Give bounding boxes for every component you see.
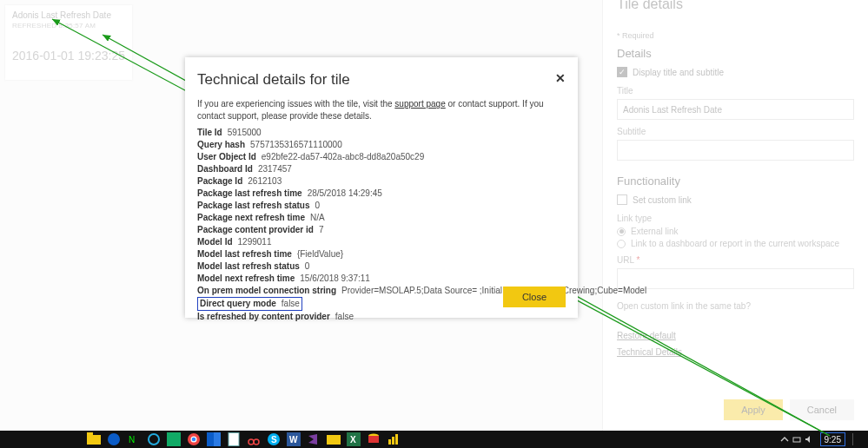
svg-rect-21 xyxy=(327,435,341,445)
close-button[interactable]: Close xyxy=(503,287,566,307)
outlook-icon[interactable] xyxy=(207,432,221,446)
cancel-button[interactable]: Cancel xyxy=(790,399,854,420)
modal-intro: If you are experiencing issues with the … xyxy=(197,98,566,122)
system-tray[interactable] xyxy=(780,435,813,444)
apply-button[interactable]: Apply xyxy=(724,399,783,420)
tile-details-panel: Tile details * Required Details ✓ Displa… xyxy=(602,0,868,431)
radio-selected-icon xyxy=(617,227,626,236)
row-model-last-refresh-status: Model last refresh status0 xyxy=(197,260,566,273)
subtitle-input[interactable] xyxy=(617,140,854,161)
svg-rect-29 xyxy=(793,438,800,442)
row-model-last-refresh-time: Model last refresh time{FieldValue} xyxy=(197,248,566,260)
skype-icon[interactable]: S xyxy=(267,432,281,446)
panel-title: Tile details xyxy=(617,0,854,12)
sql-icon[interactable] xyxy=(367,432,381,446)
svg-point-11 xyxy=(192,438,196,442)
title-label: Title xyxy=(617,86,854,96)
check-icon: ✓ xyxy=(617,67,627,77)
link-dashboard-label: Link to a dashboard or report in the cur… xyxy=(631,239,839,248)
svg-rect-28 xyxy=(395,434,398,445)
explorer-icon[interactable] xyxy=(87,432,101,446)
svg-point-7 xyxy=(149,434,159,445)
row-query-hash: Query hash5757135316571110000 xyxy=(197,139,566,151)
taskbar-pinned-apps: N S W X xyxy=(87,432,401,446)
support-page-link[interactable]: support page xyxy=(394,99,445,109)
close-icon[interactable]: ✕ xyxy=(555,71,566,85)
taskbar-clock[interactable]: 9:25 xyxy=(820,432,845,446)
wsa-icon[interactable] xyxy=(167,432,181,446)
chrome-icon[interactable] xyxy=(187,432,201,446)
svg-rect-14 xyxy=(229,433,239,446)
row-tile-id: Tile Id5915000 xyxy=(197,127,566,139)
edge-icon[interactable] xyxy=(107,432,121,446)
row-pkg-last-refresh-time: Package last refresh time28/5/2018 14:29… xyxy=(197,188,566,200)
tile-value: 2016-01-01 19:23:25 xyxy=(12,49,125,63)
windows-taskbar[interactable]: N S W X 9:25 xyxy=(0,431,868,448)
title-input[interactable] xyxy=(617,99,854,120)
svg-text:S: S xyxy=(271,435,277,445)
dashboard-tile[interactable]: Adonis Last Refresh Date REFRESHED 8:35:… xyxy=(5,5,132,80)
url-label: URL * xyxy=(617,255,854,265)
tile-title: Adonis Last Refresh Date xyxy=(12,10,125,20)
checkbox-empty-icon xyxy=(617,194,627,205)
svg-rect-26 xyxy=(388,439,391,445)
snip-icon[interactable] xyxy=(247,432,261,446)
modal-title: Technical details for tile xyxy=(197,71,566,89)
radio-external-link[interactable]: External link xyxy=(617,227,854,236)
display-title-label: Display title and subtitle xyxy=(633,68,724,77)
tile-refreshed: REFRESHED 8:35:57 AM xyxy=(12,22,125,30)
cortana-icon[interactable] xyxy=(147,432,161,446)
set-custom-link-checkbox[interactable]: Set custom link xyxy=(617,194,854,205)
word-icon[interactable]: W xyxy=(287,432,301,446)
tray-volume-icon[interactable] xyxy=(805,435,813,444)
svg-text:W: W xyxy=(289,435,298,445)
row-model-next-refresh-time: Model next refresh time15/6/2018 9:37:11 xyxy=(197,273,566,285)
pbi-icon[interactable] xyxy=(387,432,401,446)
tray-network-icon[interactable] xyxy=(792,435,801,444)
excel-icon[interactable]: X xyxy=(347,432,361,446)
set-custom-link-label: Set custom link xyxy=(633,195,692,205)
section-functionality: Functionality xyxy=(617,175,854,188)
explorer2-icon[interactable] xyxy=(327,432,341,446)
svg-point-15 xyxy=(248,439,254,445)
external-link-label: External link xyxy=(631,227,678,236)
restore-default-link[interactable]: Restore default xyxy=(617,331,854,340)
vs-icon[interactable] xyxy=(307,432,321,446)
row-direct-query-mode: Direct query modefalse xyxy=(197,297,302,311)
subtitle-label: Subtitle xyxy=(617,127,854,136)
row-pkg-content-provider-id: Package content provider id7 xyxy=(197,224,566,236)
technical-details-link[interactable]: Technical Details xyxy=(617,347,854,357)
row-pkg-next-refresh-time: Package next refresh timeN/A xyxy=(197,212,566,224)
row-is-refreshed-by-provider: Is refreshed by content providerfalse xyxy=(197,311,566,323)
row-user-object-id: User Object Ide92bfe22-da57-402a-abc8-dd… xyxy=(197,151,566,163)
svg-rect-8 xyxy=(167,432,181,446)
required-note: * Required xyxy=(617,31,854,40)
svg-rect-2 xyxy=(87,435,101,445)
row-package-id: Package Id2612103 xyxy=(197,175,566,188)
section-details: Details xyxy=(617,47,854,60)
open-same-tab-label: Open custom link in the same tab? xyxy=(617,301,854,311)
display-title-checkbox[interactable]: ✓ Display title and subtitle xyxy=(617,67,854,77)
technical-details-modal: Technical details for tile ✕ If you are … xyxy=(185,57,578,318)
row-dashboard-id: Dashboard Id2317457 xyxy=(197,163,566,175)
open-same-tab-value: ... xyxy=(617,314,854,324)
svg-point-4 xyxy=(108,433,120,445)
row-model-id: Model Id1299011 xyxy=(197,236,566,248)
svg-point-16 xyxy=(254,439,259,445)
svg-text:N: N xyxy=(129,435,135,445)
radio-link-dashboard[interactable]: Link to a dashboard or report in the cur… xyxy=(617,239,854,248)
url-input[interactable] xyxy=(617,268,854,289)
svg-rect-25 xyxy=(368,436,379,443)
show-desktop-button[interactable] xyxy=(852,433,863,445)
svg-text:X: X xyxy=(350,435,356,445)
row-pkg-last-refresh-status: Package last refresh status0 xyxy=(197,200,566,212)
intro-text-pre: If you are experiencing issues with the … xyxy=(197,99,394,109)
svg-rect-27 xyxy=(392,437,394,445)
link-type-label: Link type xyxy=(617,214,854,223)
radio-icon xyxy=(617,240,626,248)
notepad-icon[interactable] xyxy=(227,432,241,446)
svg-rect-13 xyxy=(214,432,221,446)
ngen-icon[interactable]: N xyxy=(127,432,141,446)
tray-up-icon[interactable] xyxy=(780,435,789,444)
svg-rect-3 xyxy=(87,432,93,435)
